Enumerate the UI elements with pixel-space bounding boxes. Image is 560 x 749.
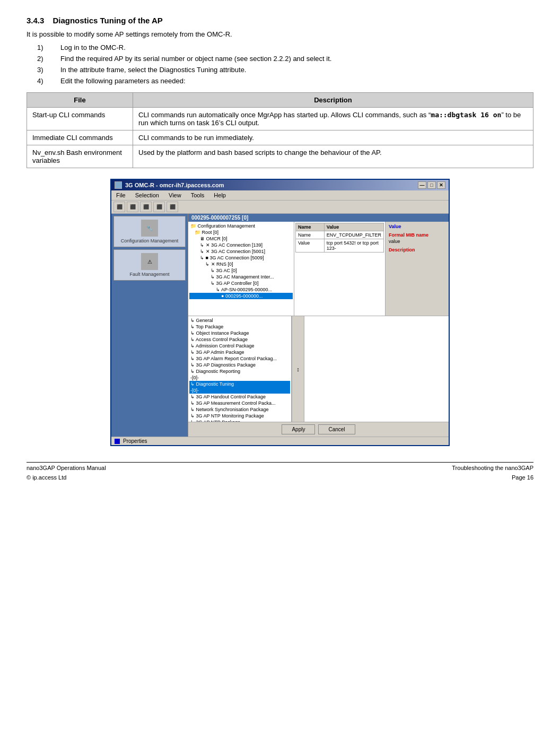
tree-node-ac139[interactable]: ↳ ✕ 3G AC Connection [139] <box>189 242 293 248</box>
menu-view[interactable]: View <box>167 191 183 199</box>
toolbar-btn-1[interactable]: ⬛ <box>113 202 125 212</box>
attr-table: Name Value Name ENV_TCPDUMP_FILTER <box>295 223 384 252</box>
tree-node-confmgmt[interactable]: 📁 Configuration Management <box>189 223 293 229</box>
desc-immediate: CLI commands to be run immediately. <box>133 130 533 145</box>
tree-node-omcr[interactable]: 🖥 OMCR [0] <box>189 236 293 242</box>
file-startup: Start-up CLI commands <box>27 108 133 130</box>
toolbar-btn-5[interactable]: ⬛ <box>167 202 178 212</box>
table-row-nvenv: Nv_env.sh Bash environment variables Use… <box>27 145 533 168</box>
info-value-text: value <box>389 239 445 244</box>
minimize-button[interactable]: — <box>418 181 426 189</box>
step-3-num: 3) <box>37 66 50 74</box>
app-icon <box>115 181 122 189</box>
tree-node-rns[interactable]: ↳ ✕ RNS [0] <box>189 261 293 267</box>
pkg-measurement[interactable]: ↳ 3G AP Measurement Control Packa... <box>189 400 290 406</box>
apply-button[interactable]: Apply <box>282 424 315 434</box>
section-title: Diagnostics Tuning of the AP <box>52 16 163 25</box>
info-value-label: Value <box>389 224 445 229</box>
pkg-diag-reporting[interactable]: ↳ Diagnostic Reporting <box>189 368 290 374</box>
section-heading: 3.4.3 Diagnostics Tuning of the AP <box>27 16 533 25</box>
attr-key-value: Value <box>296 239 325 252</box>
pkg-diag-report-0[interactable]: -[0]- <box>189 374 290 381</box>
cancel-button[interactable]: Cancel <box>318 424 355 434</box>
step-3: 3) In the attribute frame, select the Di… <box>37 66 533 74</box>
tree-node-3gapctrl[interactable]: ↳ 3G AP Controller [0] <box>189 280 293 286</box>
attr-val-value[interactable]: tcp port 5432! or tcp port 123- <box>324 239 383 252</box>
attr-val-name[interactable]: ENV_TCPDUMP_FILTER <box>324 231 383 239</box>
pkg-netsync[interactable]: ↳ Network Synchronisation Package <box>189 406 290 413</box>
app-fault-label: Fault Management <box>116 272 183 277</box>
footer-page: Page 16 <box>512 474 533 481</box>
pkg-ntp-monitor[interactable]: ↳ 3G AP NTP Monitoring Package <box>189 413 290 419</box>
step-3-text: In the attribute frame, select the Diagn… <box>60 66 533 74</box>
table-row-immediate: Immediate CLI commands CLI commands to b… <box>27 130 533 145</box>
file-immediate: Immediate CLI commands <box>27 130 133 145</box>
pkg-handout[interactable]: ↳ 3G AP Handout Control Package <box>189 394 290 400</box>
bottom-section: ↳ General ↳ Top Package ↳ Object Instanc… <box>188 316 449 422</box>
status-bar: Properties <box>111 437 449 445</box>
tree-node-ac5009[interactable]: ↳ ■ 3G AC Connection [5009] <box>189 255 293 261</box>
pkg-admin[interactable]: ↳ 3G AP Admin Package <box>189 349 290 355</box>
panels: 📁 Configuration Management 📁 Root [0] 🖥 … <box>188 222 449 316</box>
status-icon <box>115 439 120 444</box>
status-text: Properties <box>123 438 147 444</box>
attr-row-name[interactable]: Name ENV_TCPDUMP_FILTER <box>296 231 384 239</box>
step-4-text: Edit the following parameters as needed: <box>60 77 533 85</box>
menu-selection[interactable]: Selection <box>134 191 161 199</box>
attr-col-value: Value <box>324 223 383 231</box>
toolbar-btn-3[interactable]: ⬛ <box>140 202 152 212</box>
attr-bottom-panel <box>304 316 449 422</box>
footer-left: nano3GAP Operations Manual <box>27 465 106 471</box>
step-2: 2) Find the required AP by its serial nu… <box>37 55 533 63</box>
toolbar-btn-4[interactable]: ⬛ <box>153 202 165 212</box>
app-config-mgmt[interactable]: 🔧 Configuration Management <box>113 216 186 247</box>
attr-col-name: Name <box>296 223 325 231</box>
pkg-diag-tuning-0[interactable]: -[0]- <box>189 387 290 394</box>
menu-file[interactable]: File <box>115 191 127 199</box>
col-header-file: File <box>27 93 133 108</box>
steps-list: 1) Log in to the OMC-R. 2) Find the requ… <box>37 43 533 85</box>
pkg-general[interactable]: ↳ General <box>189 317 290 324</box>
app-fault-mgmt[interactable]: ⚠ Fault Management <box>113 249 186 281</box>
file-nvenv: Nv_env.sh Bash environment variables <box>27 145 133 168</box>
bold-command: ma::dbgtask 16 on <box>431 111 501 119</box>
page-footer-2: © ip.access Ltd Page 16 <box>27 472 533 481</box>
footer-copyright: © ip.access Ltd <box>27 474 66 481</box>
desc-startup: CLI commands run automatically once MgrA… <box>133 108 533 130</box>
maximize-button[interactable]: □ <box>427 181 436 189</box>
pkg-top[interactable]: ↳ Top Package <box>189 324 290 330</box>
menu-tools[interactable]: Tools <box>189 191 206 199</box>
pkg-alarm[interactable]: ↳ 3G AP Alarm Report Control Packag... <box>189 355 290 362</box>
tree-node-root[interactable]: 📁 Root [0] <box>189 229 293 236</box>
attr-row-value[interactable]: Value tcp port 5432! or tcp port 123- <box>296 239 384 252</box>
col-header-description: Description <box>133 93 533 108</box>
menu-help[interactable]: Help <box>212 191 228 199</box>
pkg-diag-tuning[interactable]: ↳ Diagnostic Tuning <box>189 381 290 387</box>
pkg-objinst[interactable]: ↳ Object Instance Package <box>189 330 290 336</box>
pkg-admission[interactable]: ↳ Admission Control Package <box>189 343 290 349</box>
tree-node-3gac[interactable]: ↳ 3G AC [0] <box>189 267 293 274</box>
pkg-diagnostics[interactable]: ↳ 3G AP Diagnostics Package <box>189 362 290 368</box>
info-formal-mib-label: Formal MIB name <box>389 232 445 238</box>
left-panel: 🔧 Configuration Management ⚠ Fault Manag… <box>111 214 188 437</box>
toolbar: ⬛ ⬛ ⬛ ⬛ ⬛ <box>111 201 449 214</box>
titlebar: 3G OMC-R - omcr-ih7.ipaccess.com — □ ✕ <box>111 180 449 190</box>
app-config-label: Configuration Management <box>116 238 183 243</box>
info-description-label: Description <box>389 247 445 252</box>
tree-node-ac5001[interactable]: ↳ ✕ 3G AC Connection [5001] <box>189 248 293 255</box>
close-button[interactable]: ✕ <box>437 181 445 189</box>
pkg-access[interactable]: ↳ Access Control Package <box>189 336 290 343</box>
tree-node-selected[interactable]: ● 000295-000000... <box>189 293 293 299</box>
attr-key-name: Name <box>296 231 325 239</box>
app-window: 3G OMC-R - omcr-ih7.ipaccess.com — □ ✕ F… <box>110 179 450 446</box>
titlebar-buttons[interactable]: — □ ✕ <box>418 181 445 189</box>
main-content: 🔧 Configuration Management ⚠ Fault Manag… <box>111 214 449 437</box>
intro-text: It is possible to modify some AP setting… <box>27 30 533 38</box>
toolbar-btn-2[interactable]: ⬛ <box>127 202 138 212</box>
step-2-num: 2) <box>37 55 50 63</box>
transfer-icon: ↕ <box>296 366 300 372</box>
info-panel: Value Formal MIB name value Description <box>385 222 449 316</box>
tree-node-3gacmgmt[interactable]: ↳ 3G AC Management Inter... <box>189 274 293 280</box>
tree-node-apserial[interactable]: ↳ AP-SN-000295-00000... <box>189 286 293 293</box>
config-mgmt-icon: 🔧 <box>141 220 158 237</box>
